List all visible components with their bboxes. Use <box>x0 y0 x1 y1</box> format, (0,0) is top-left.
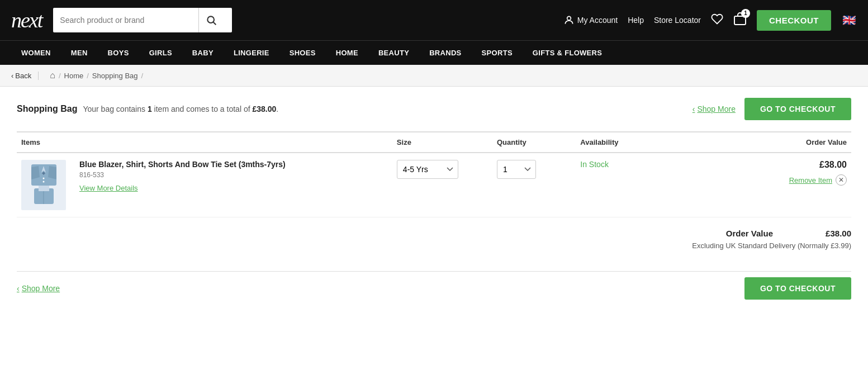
nav-lingerie[interactable]: LINGERIE <box>224 41 279 65</box>
order-value-total: £38.00 <box>818 229 851 238</box>
nav-beauty[interactable]: BEAUTY <box>368 41 419 65</box>
bag-count: 1 <box>741 9 750 18</box>
search-input[interactable] <box>53 11 198 29</box>
go-checkout-button-top[interactable]: GO TO CHECKOUT <box>744 98 851 120</box>
header-checkout-button[interactable]: CHECKOUT <box>757 10 831 31</box>
order-value-label: Order Value <box>726 229 773 238</box>
bag-subtitle-prefix: Your bag contains <box>83 105 147 113</box>
nav-home[interactable]: HOME <box>326 41 368 65</box>
svg-point-0 <box>208 16 215 23</box>
quantity-dropdown[interactable]: 1 2 3 <box>497 160 536 179</box>
breadcrumb-bar: ‹ Back ⌂ / Home / Shopping Bag / <box>0 65 868 87</box>
item-name: Blue Blazer, Shirt, Shorts And Bow Tie S… <box>79 160 286 169</box>
item-price: £38.00 <box>705 160 847 170</box>
item-image[interactable] <box>21 160 66 210</box>
svg-point-10 <box>42 181 44 182</box>
nav-baby[interactable]: BABY <box>182 41 224 65</box>
svg-marker-7 <box>31 166 40 179</box>
flag-icon: 🇬🇧 <box>841 12 857 28</box>
svg-rect-13 <box>39 186 49 191</box>
breadcrumb: ⌂ / Home / Shopping Bag / <box>50 70 143 80</box>
shop-more-link-top[interactable]: ‹ Shop More <box>692 105 736 113</box>
account-link[interactable]: My Account <box>563 15 618 26</box>
bag-subtitle-mid: item and comes to a total of <box>152 105 253 113</box>
price-cell: £38.00 Remove Item ✕ <box>701 153 851 217</box>
view-details-link[interactable]: View More Details <box>79 184 138 192</box>
store-locator-label: Store Locator <box>654 16 701 25</box>
col-items: Items <box>17 132 392 153</box>
delivery-note: Excluding UK Standard Delivery (Normally… <box>17 241 851 250</box>
remove-x-button[interactable]: ✕ <box>836 174 847 186</box>
back-label: Back <box>15 72 31 80</box>
item-cell: Blue Blazer, Shirt, Shorts And Bow Tie S… <box>17 153 392 217</box>
bag-subtitle: Your bag contains 1 item and comes to a … <box>83 105 278 113</box>
bottom-bar: ‹ Shop More GO TO CHECKOUT <box>17 271 851 300</box>
nav-brands[interactable]: BRANDS <box>419 41 471 65</box>
back-chevron: ‹ <box>11 72 13 80</box>
bag-icon[interactable]: 1 <box>733 12 747 29</box>
availability-cell: In Stock <box>576 153 701 217</box>
header: next My Account Help Store Locator <box>0 0 868 40</box>
breadcrumb-sep-2: / <box>87 72 89 80</box>
nav-boys[interactable]: BOYS <box>98 41 139 65</box>
bag-subtitle-suffix: . <box>276 105 278 113</box>
search-bar <box>53 8 232 32</box>
remove-item-link[interactable]: Remove Item <box>789 176 832 184</box>
availability-status: In Stock <box>580 160 609 169</box>
size-dropdown[interactable]: 4-5 Yrs 3-4 Yrs 5-6 Yrs 6-7 Yrs <box>397 160 458 179</box>
breadcrumb-sep-1: / <box>59 72 61 80</box>
home-icon[interactable]: ⌂ <box>50 70 55 80</box>
nav-women[interactable]: WOMEN <box>11 41 61 65</box>
help-link[interactable]: Help <box>628 16 644 25</box>
remove-item-area: Remove Item ✕ <box>705 170 847 186</box>
breadcrumb-current: Shopping Bag <box>92 72 138 80</box>
col-availability: Availability <box>576 132 701 153</box>
col-quantity: Quantity <box>492 132 576 153</box>
main-content: Shopping Bag Your bag contains 1 item an… <box>0 87 868 311</box>
account-label: My Account <box>577 16 618 25</box>
table-row: Blue Blazer, Shirt, Shorts And Bow Tie S… <box>17 153 851 217</box>
shop-more-chevron: ‹ <box>692 105 695 113</box>
go-checkout-button-bottom[interactable]: GO TO CHECKOUT <box>744 277 851 300</box>
shop-more-label-top: Shop More <box>697 105 735 113</box>
main-nav: WOMEN MEN BOYS GIRLS BABY LINGERIE SHOES… <box>0 40 868 65</box>
back-button[interactable]: ‹ Back <box>11 72 39 80</box>
nav-girls[interactable]: GIRLS <box>139 41 182 65</box>
breadcrumb-home[interactable]: Home <box>64 72 84 80</box>
svg-marker-8 <box>48 166 56 179</box>
table-header-row: Items Size Quantity Availability Order V… <box>17 132 851 153</box>
col-size: Size <box>392 132 492 153</box>
item-info: Blue Blazer, Shirt, Shorts And Bow Tie S… <box>73 160 286 192</box>
svg-line-1 <box>214 22 216 25</box>
search-icon <box>206 15 217 26</box>
svg-point-9 <box>42 177 44 179</box>
wishlist-icon[interactable] <box>711 13 723 28</box>
bag-title: Shopping Bag <box>17 104 77 114</box>
breadcrumb-sep-3: / <box>141 72 144 80</box>
bag-header-right: ‹ Shop More GO TO CHECKOUT <box>692 98 851 120</box>
header-right: My Account Help Store Locator 1 CHECKOUT… <box>563 10 857 31</box>
store-locator-link[interactable]: Store Locator <box>654 16 701 25</box>
nav-gifts[interactable]: GIFTS & FLOWERS <box>523 41 612 65</box>
bag-item-count: 1 <box>148 105 152 113</box>
item-sku: 816-533 <box>79 171 286 179</box>
nav-shoes[interactable]: SHOES <box>279 41 326 65</box>
shop-more-bottom-label: Shop More <box>22 284 60 293</box>
items-table: Items Size Quantity Availability Order V… <box>17 131 851 217</box>
shop-more-link-bottom[interactable]: ‹ Shop More <box>17 284 60 293</box>
nav-sports[interactable]: SPORTS <box>472 41 523 65</box>
search-button[interactable] <box>198 8 224 32</box>
bag-total: £38.00 <box>252 105 276 113</box>
product-illustration <box>23 162 65 209</box>
help-label: Help <box>628 16 644 25</box>
bag-header: Shopping Bag Your bag contains 1 item an… <box>17 98 851 120</box>
nav-men[interactable]: MEN <box>61 41 98 65</box>
svg-point-2 <box>567 16 571 20</box>
col-order-value: Order Value <box>701 132 851 153</box>
shop-more-bottom-chevron: ‹ <box>17 284 20 293</box>
account-icon <box>563 15 575 26</box>
logo[interactable]: next <box>11 8 42 32</box>
qty-cell: 1 2 3 <box>492 153 576 217</box>
size-cell: 4-5 Yrs 3-4 Yrs 5-6 Yrs 6-7 Yrs <box>392 153 492 217</box>
